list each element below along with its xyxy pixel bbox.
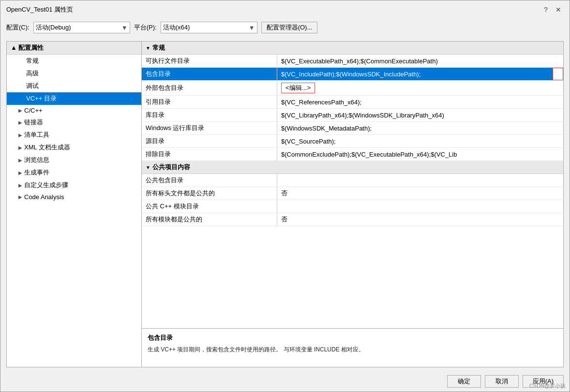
- left-panel: ▲ 配置属性 常规高级调试VC++ 目录▶C/C++▶链接器▶清单工具▶XML …: [6, 41, 142, 367]
- expand-arrow-icon: ▶: [18, 132, 22, 138]
- prop-row-winrt_dir[interactable]: Windows 运行库目录$(WindowsSDK_MetadataPath);: [142, 122, 563, 135]
- sidebar-item-label: 高级: [26, 69, 39, 78]
- ok-button[interactable]: 确定: [447, 375, 481, 388]
- sidebar-item-label: C/C++: [24, 107, 43, 114]
- prop-name-exclude_dir: 排除目录: [142, 148, 277, 160]
- config-combo[interactable]: 活动(Debug) ▼: [33, 22, 130, 33]
- sidebar-item-label: 常规: [26, 57, 39, 65]
- prop-name-source_dir: 源目录: [142, 135, 277, 147]
- prop-value-include_dir: $(VC_IncludePath);$(WindowsSDK_IncludePa…: [277, 68, 563, 80]
- platform-value: 活动(x64): [163, 23, 190, 32]
- sidebar-item-cpp[interactable]: ▶C/C++: [7, 105, 141, 116]
- prop-row-all_modules_public[interactable]: 所有模块都是公共的否: [142, 213, 563, 226]
- dropdown-button-include_dir[interactable]: ▼: [553, 68, 563, 80]
- cancel-button[interactable]: 取消: [485, 375, 519, 388]
- toolbar: 配置(C): 活动(Debug) ▼ 平台(P): 活动(x64) ▼ 配置管理…: [0, 18, 570, 37]
- sidebar-item-label: 调试: [26, 82, 39, 90]
- prop-row-executable_dir[interactable]: 可执行文件目录$(VC_ExecutablePath_x64);$(Common…: [142, 55, 563, 68]
- prop-name-all_modules_public: 所有模块都是公共的: [142, 213, 277, 226]
- section-label: 公共项目内容: [152, 163, 190, 172]
- sidebar-item-xml[interactable]: ▶XML 文档生成器: [7, 141, 141, 154]
- prop-name-library_dir: 库目录: [142, 109, 277, 121]
- prop-name-external_include: 外部包含目录: [142, 81, 277, 95]
- expand-arrow-icon: ▶: [18, 183, 22, 188]
- expand-arrow-icon: ▶: [18, 158, 22, 163]
- platform-arrow-icon: ▼: [249, 24, 255, 31]
- expand-arrow-icon: ▶: [18, 194, 22, 200]
- dialog-title: OpenCV_Test01 属性页: [6, 5, 73, 14]
- prop-value-executable_dir: $(VC_ExecutablePath_x64);$(CommonExecuta…: [277, 55, 563, 67]
- properties-dialog: OpenCV_Test01 属性页 ? ✕ 配置(C): 活动(Debug) ▼…: [0, 0, 570, 392]
- bottom-bar: 确定 取消 应用(A): [0, 371, 570, 392]
- prop-section-header-general: ▼常规: [142, 42, 563, 55]
- prop-value-exclude_dir: $(CommonExcludePath);$(VC_ExecutablePath…: [277, 148, 563, 160]
- sidebar-item-browse[interactable]: ▶浏览信息: [7, 154, 141, 166]
- main-area: ▲ 配置属性 常规高级调试VC++ 目录▶C/C++▶链接器▶清单工具▶XML …: [0, 37, 570, 371]
- sidebar-item-custom[interactable]: ▶自定义生成步骤: [7, 179, 141, 191]
- section-label: 常规: [152, 44, 165, 52]
- expand-arrow-icon: ▶: [18, 120, 22, 125]
- description-text: 生成 VC++ 项目期间，搜索包含文件时使用的路径。 与环境变量 INCLUDE…: [148, 345, 557, 354]
- sidebar-item-label: 浏览信息: [24, 156, 49, 164]
- prop-value-winrt_dir: $(WindowsSDK_MetadataPath);: [277, 122, 563, 134]
- prop-row-public_include[interactable]: 公共包含目录: [142, 174, 563, 187]
- section-collapse-icon[interactable]: ▼: [146, 165, 150, 170]
- sidebar-item-build[interactable]: ▶生成事件: [7, 166, 141, 179]
- sidebar-item-debug[interactable]: 调试: [7, 80, 141, 92]
- prop-value-external_include: <编辑...>: [277, 81, 563, 95]
- sidebar-item-label: 自定义生成步骤: [24, 181, 68, 189]
- sidebar-item-manifest[interactable]: ▶清单工具: [7, 129, 141, 141]
- description-title: 包含目录: [148, 334, 557, 342]
- sidebar-item-label: VC++ 目录: [26, 94, 57, 103]
- prop-row-source_dir[interactable]: 源目录$(VC_SourcePath);: [142, 135, 563, 148]
- prop-row-external_include[interactable]: 外部包含目录<编辑...>: [142, 81, 563, 96]
- help-button[interactable]: ?: [540, 4, 551, 15]
- prop-value-source_dir: $(VC_SourcePath);: [277, 135, 563, 147]
- prop-row-library_dir[interactable]: 库目录$(VC_LibraryPath_x64);$(WindowsSDK_Li…: [142, 109, 563, 122]
- prop-name-include_dir: 包含目录: [142, 68, 277, 80]
- prop-row-all_headers_public[interactable]: 所有标头文件都是公共的否: [142, 187, 563, 200]
- sidebar-item-codeanalysis[interactable]: ▶Code Analysis: [7, 191, 141, 203]
- sidebar-item-advanced[interactable]: 高级: [7, 67, 141, 80]
- prop-name-executable_dir: 可执行文件目录: [142, 55, 277, 67]
- prop-section-header-public_content: ▼公共项目内容: [142, 161, 563, 174]
- tree-items-container: 常规高级调试VC++ 目录▶C/C++▶链接器▶清单工具▶XML 文档生成器▶浏…: [7, 55, 141, 203]
- tree-root-label: ▲ 配置属性: [11, 44, 44, 52]
- prop-value-all_modules_public: 否: [277, 213, 563, 226]
- prop-name-all_headers_public: 所有标头文件都是公共的: [142, 187, 277, 200]
- prop-row-include_dir[interactable]: 包含目录$(VC_IncludePath);$(WindowsSDK_Inclu…: [142, 68, 563, 81]
- sidebar-item-general[interactable]: 常规: [7, 55, 141, 67]
- prop-value-public_cpp_module: [277, 200, 563, 213]
- prop-row-public_cpp_module[interactable]: 公共 C++ 模块目录: [142, 200, 563, 213]
- expand-arrow-icon: ▶: [18, 145, 22, 150]
- watermark: CSDN@罗小孩: [529, 382, 566, 390]
- config-label: 配置(C):: [6, 23, 30, 32]
- sidebar-item-label: 生成事件: [24, 168, 49, 177]
- sidebar-item-vcpp[interactable]: VC++ 目录: [7, 92, 141, 105]
- right-panel: ▼常规可执行文件目录$(VC_ExecutablePath_x64);$(Com…: [142, 41, 564, 367]
- platform-combo[interactable]: 活动(x64) ▼: [161, 22, 257, 33]
- sidebar-item-label: 链接器: [24, 118, 43, 127]
- prop-value-public_include: [277, 174, 563, 187]
- prop-name-winrt_dir: Windows 运行库目录: [142, 122, 277, 134]
- config-manager-button[interactable]: 配置管理器(O)...: [261, 22, 318, 33]
- prop-value-library_dir: $(VC_LibraryPath_x64);$(WindowsSDK_Libra…: [277, 109, 563, 121]
- sidebar-item-label: Code Analysis: [24, 193, 64, 201]
- config-value: 活动(Debug): [36, 23, 71, 32]
- prop-row-reference_dir[interactable]: 引用目录$(VC_ReferencesPath_x64);: [142, 96, 563, 109]
- config-arrow-icon: ▼: [121, 24, 128, 31]
- prop-value-all_headers_public: 否: [277, 187, 563, 200]
- tree-root: ▲ 配置属性: [7, 42, 141, 55]
- description-area: 包含目录 生成 VC++ 项目期间，搜索包含文件时使用的路径。 与环境变量 IN…: [142, 328, 563, 367]
- expand-arrow-icon: ▶: [18, 170, 22, 175]
- section-collapse-icon[interactable]: ▼: [146, 45, 150, 51]
- close-button[interactable]: ✕: [553, 4, 564, 15]
- edit-button-external_include[interactable]: <编辑...>: [281, 83, 315, 93]
- prop-row-exclude_dir[interactable]: 排除目录$(CommonExcludePath);$(VC_Executable…: [142, 148, 563, 161]
- sidebar-item-linker[interactable]: ▶链接器: [7, 116, 141, 129]
- title-buttons: ? ✕: [540, 4, 564, 15]
- prop-name-reference_dir: 引用目录: [142, 96, 277, 108]
- prop-name-public_include: 公共包含目录: [142, 174, 277, 187]
- sidebar-item-label: 清单工具: [24, 131, 49, 139]
- title-bar: OpenCV_Test01 属性页 ? ✕: [0, 0, 570, 18]
